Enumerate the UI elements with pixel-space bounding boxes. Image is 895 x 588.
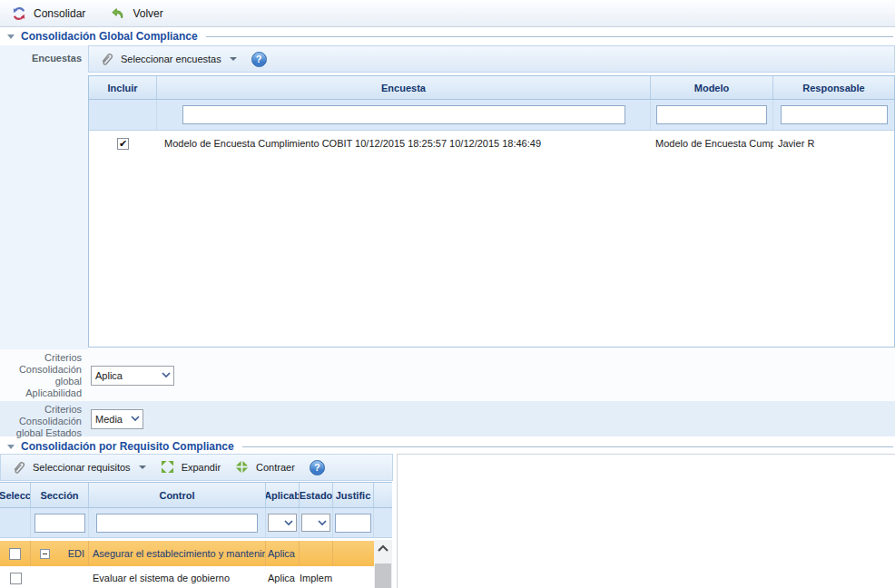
filter-cell-responsable bbox=[773, 100, 894, 130]
encuestas-toolbar: Seleccionar encuestas ? bbox=[88, 45, 895, 73]
collapse-icon bbox=[235, 460, 250, 475]
encuesta-row[interactable]: ✔ Modelo de Encuesta Cumplimiento COBIT … bbox=[89, 132, 894, 154]
encuestas-panel: Seleccionar encuestas ? Incluir Encuesta… bbox=[88, 45, 895, 349]
selec-checkbox[interactable] bbox=[10, 573, 22, 584]
criterios-aplicabilidad-label: Criterios Consolidación global Aplicabil… bbox=[0, 349, 88, 401]
expandir-button[interactable]: Expandir bbox=[157, 458, 224, 476]
seleccionar-requisitos-button[interactable]: Seleccionar requisitos bbox=[8, 458, 150, 476]
criterios-aplicabilidad-row: Criterios Consolidación global Aplicabil… bbox=[0, 349, 895, 401]
volver-button[interactable]: Volver bbox=[104, 3, 172, 24]
scroll-thumb[interactable] bbox=[375, 564, 391, 588]
requisitos-table: Selecc Sección Control Aplicab Estado Ju… bbox=[0, 482, 392, 588]
chevron-down-icon bbox=[127, 410, 143, 428]
seleccionar-encuestas-button[interactable]: Seleccionar encuestas bbox=[96, 50, 241, 68]
aplicab-filter-select[interactable] bbox=[268, 514, 297, 532]
chevron-down-icon bbox=[230, 57, 237, 61]
encuestas-table: Incluir Encuesta Modelo Responsable ✔ Mo… bbox=[88, 75, 895, 348]
estados-value: Media bbox=[92, 414, 127, 425]
expandir-label: Expandir bbox=[182, 462, 221, 473]
control-cell: Evaluar el sistema de gobierno bbox=[89, 573, 266, 583]
contraer-label: Contraer bbox=[256, 462, 295, 473]
help-icon[interactable]: ? bbox=[251, 52, 267, 67]
aplicabilidad-select[interactable]: Aplica bbox=[91, 366, 174, 386]
criterios-estados-row: Criterios Consolidación global Estados M… bbox=[0, 401, 895, 436]
detail-panel bbox=[397, 454, 895, 588]
encuestas-filter-row bbox=[89, 100, 894, 131]
requisito-row[interactable]: EDI Asegurar el establecimiento y manten… bbox=[0, 541, 374, 566]
back-arrow-icon bbox=[111, 6, 125, 21]
tree-collapse-icon[interactable] bbox=[40, 549, 50, 559]
chevron-down-icon bbox=[314, 514, 329, 531]
scroll-up-button[interactable] bbox=[374, 540, 392, 556]
incluir-checkbox[interactable]: ✔ bbox=[117, 138, 129, 150]
requisitos-filter-row bbox=[0, 508, 392, 538]
section-global-title: Consolidación Global Compliance bbox=[21, 30, 198, 43]
requisitos-panel: Seleccionar requisitos Expandir Contraer bbox=[0, 454, 393, 588]
column-header-modelo[interactable]: Modelo bbox=[651, 76, 773, 99]
seccion-filter-input[interactable] bbox=[34, 514, 85, 533]
estado-cell: Implem bbox=[300, 573, 333, 583]
collapse-arrow-icon[interactable] bbox=[7, 34, 15, 39]
header-spacer bbox=[374, 483, 392, 507]
modelo-filter-input[interactable] bbox=[656, 105, 767, 124]
volver-label: Volver bbox=[133, 7, 162, 20]
help-glyph: ? bbox=[256, 54, 262, 64]
estado-filter-select[interactable] bbox=[301, 514, 330, 532]
filter-spacer bbox=[374, 508, 392, 537]
column-header-aplicab[interactable]: Aplicab bbox=[266, 483, 300, 507]
encuesta-cell: Modelo de Encuesta Cumplimiento COBIT 10… bbox=[157, 138, 651, 149]
column-header-encuesta[interactable]: Encuesta bbox=[157, 76, 651, 99]
justific-filter-input[interactable] bbox=[335, 514, 371, 533]
column-header-control[interactable]: Control bbox=[89, 483, 266, 507]
filter-cell-selec bbox=[0, 508, 31, 537]
aplicabilidad-value: Aplica bbox=[92, 370, 158, 381]
filter-cell-control bbox=[89, 508, 266, 537]
filter-cell-incluir bbox=[89, 100, 157, 130]
help-icon[interactable]: ? bbox=[310, 460, 325, 475]
filter-cell-seccion bbox=[31, 508, 89, 537]
paperclip-icon bbox=[100, 52, 114, 66]
section-requisito-header: Consolidación por Requisito Compliance bbox=[0, 438, 895, 454]
chevron-down-icon bbox=[139, 466, 146, 469]
selec-checkbox[interactable] bbox=[9, 548, 21, 560]
modelo-cell: Modelo de Encuesta Cumpl bbox=[651, 138, 773, 149]
encuestas-table-body: ✔ Modelo de Encuesta Cumplimiento COBIT … bbox=[89, 131, 894, 347]
column-header-selec[interactable]: Selecc bbox=[0, 483, 31, 507]
estados-select[interactable]: Media bbox=[91, 409, 143, 429]
consolidar-button[interactable]: Consolidar bbox=[5, 3, 95, 24]
filter-cell-estado bbox=[300, 508, 333, 537]
seleccionar-requisitos-label: Seleccionar requisitos bbox=[33, 462, 131, 473]
requisitos-table-header: Selecc Sección Control Aplicab Estado Ju… bbox=[0, 482, 392, 508]
column-header-justific[interactable]: Justific bbox=[333, 483, 374, 507]
filter-cell-justific bbox=[333, 508, 374, 537]
encuesta-filter-input[interactable] bbox=[182, 105, 625, 124]
estado-cell bbox=[300, 541, 333, 566]
requisito-row[interactable]: Evaluar el sistema de gobierno Aplica Im… bbox=[0, 566, 374, 588]
section-divider-line bbox=[206, 36, 893, 37]
paperclip-icon bbox=[12, 460, 26, 475]
responsable-filter-input[interactable] bbox=[781, 105, 888, 124]
column-header-seccion[interactable]: Sección bbox=[31, 483, 89, 507]
column-header-estado[interactable]: Estado bbox=[300, 483, 333, 507]
top-toolbar: Consolidar Volver bbox=[0, 0, 895, 27]
filter-cell-aplicab bbox=[266, 508, 300, 537]
chevron-down-icon bbox=[158, 367, 173, 385]
column-header-responsable[interactable]: Responsable bbox=[773, 76, 894, 99]
seleccionar-encuestas-label: Seleccionar encuestas bbox=[121, 54, 221, 64]
requisitos-toolbar: Seleccionar requisitos Expandir Contraer bbox=[0, 454, 393, 481]
consolidar-label: Consolidar bbox=[34, 7, 85, 20]
vertical-scrollbar[interactable] bbox=[374, 540, 392, 588]
filter-cell-modelo bbox=[651, 100, 773, 130]
expand-icon bbox=[161, 460, 175, 475]
section-global-header: Consolidación Global Compliance bbox=[0, 28, 895, 44]
collapse-arrow-icon[interactable] bbox=[7, 445, 15, 449]
justific-cell bbox=[333, 541, 374, 566]
contraer-button[interactable]: Contraer bbox=[231, 458, 299, 476]
encuestas-label: Encuestas bbox=[0, 45, 88, 64]
aplicab-cell: Aplica bbox=[266, 541, 300, 566]
control-filter-input[interactable] bbox=[96, 514, 258, 533]
control-cell: Asegurar el establecimiento y mantenim bbox=[89, 541, 266, 566]
column-header-incluir[interactable]: Incluir bbox=[89, 76, 157, 99]
help-glyph: ? bbox=[314, 462, 320, 473]
filter-cell-encuesta bbox=[157, 100, 651, 130]
